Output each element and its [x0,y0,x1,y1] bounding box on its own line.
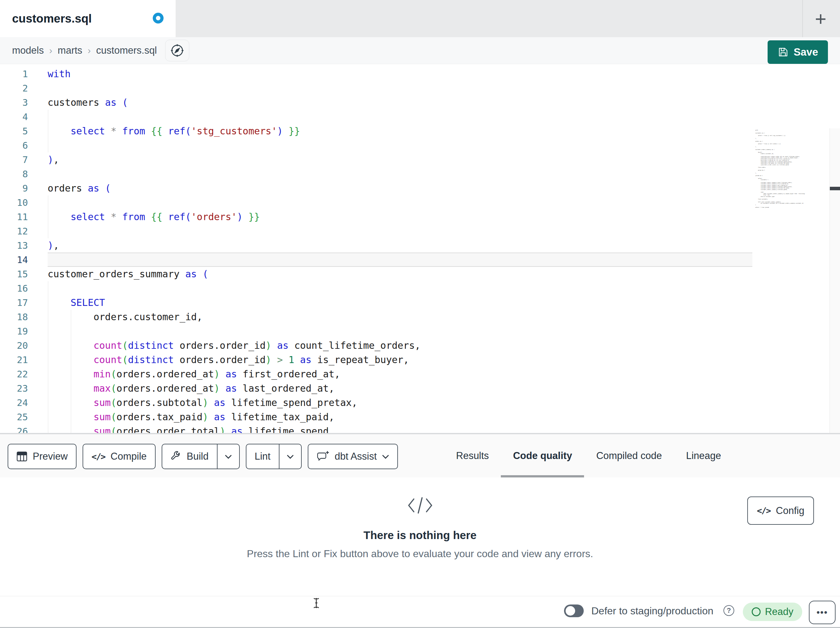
code-line[interactable]: 1with [0,67,840,81]
code-text: select * from {{ ref('stg_customers') }} [28,125,300,137]
code-line[interactable]: 22 min(orders.ordered_at) as first_order… [0,367,840,381]
dbt-assist-button[interactable]: dbt Assist [308,444,398,469]
empty-state-subtitle: Press the Lint or Fix button above to ev… [0,548,840,560]
panel-tabs: ResultsCode qualityCompiled codeLineage [444,434,733,478]
ready-status-badge[interactable]: Ready [743,603,802,621]
code-line[interactable]: 14 [0,253,840,267]
code-line[interactable]: 21 count(distinct orders.order_id) > 1 a… [0,353,840,367]
compile-button-label: Compile [111,451,147,462]
breadcrumb: models›marts›customers.sql [12,45,157,56]
code-line[interactable]: 12 [0,224,840,238]
config-button-label: Config [776,505,804,517]
tab-bar: customers.sql + [0,0,840,37]
locate-in-tree-button[interactable] [165,40,189,61]
chevron-down-icon [225,454,232,459]
file-tab-customers-sql[interactable]: customers.sql [0,0,175,37]
code-line[interactable]: 7), [0,152,840,167]
line-number: 4 [0,111,28,122]
code-line[interactable]: 13), [0,238,840,253]
line-number: 9 [0,183,28,194]
build-button[interactable]: Build [162,444,240,469]
chevron-down-icon [287,454,294,459]
panel-header: Preview </> Compile Build [0,434,840,478]
defer-label: Defer to staging/production [591,596,713,625]
line-number: 7 [0,154,28,165]
line-number: 2 [0,83,28,94]
line-number: 13 [0,240,28,251]
code-line[interactable]: 16 [0,281,840,296]
code-text: ), [28,154,59,165]
code-line[interactable]: 17 SELECT [0,296,840,310]
line-number: 18 [0,312,28,323]
preview-button[interactable]: Preview [8,444,77,469]
code-line[interactable]: 8 [0,167,840,181]
code-text: ), [28,240,59,251]
code-line[interactable]: 15customer_orders_summary as ( [0,267,840,281]
code-icon: </> [757,506,771,516]
code-editor[interactable]: 1with23customers as (45 select * from {{… [0,64,840,433]
code-line[interactable]: 25 sum(orders.tax_paid) as lifetime_tax_… [0,410,840,424]
help-icon[interactable]: ? [723,605,734,616]
build-button-label: Build [187,451,208,462]
line-number: 20 [0,340,28,351]
toggle-knob [565,606,575,615]
code-text: count(distinct orders.order_id) > 1 as i… [28,354,409,365]
code-line[interactable]: 2 [0,81,840,95]
code-text: SELECT [28,297,105,308]
config-button[interactable]: </> Config [747,497,814,525]
code-slash-icon [406,497,434,514]
code-line[interactable]: 5 select * from {{ ref('stg_customers') … [0,124,840,138]
line-number: 1 [0,69,28,79]
save-button[interactable]: Save [767,40,828,64]
breadcrumb-separator: › [88,46,91,56]
new-tab-button[interactable]: + [808,6,833,31]
wrench-icon [171,451,182,462]
defer-toggle[interactable] [564,604,584,617]
line-number: 6 [0,140,28,151]
code-line[interactable]: 10 [0,195,840,210]
file-tab-title: customers.sql [12,12,92,25]
code-line[interactable]: 11 select * from {{ ref('orders') }} [0,210,840,224]
code-text: sum(orders.subtotal) as lifetime_spend_p… [28,397,357,408]
line-number: 23 [0,383,28,394]
line-number: 15 [0,269,28,280]
code-line[interactable]: 9orders as ( [0,181,840,195]
code-line[interactable]: 4 [0,109,840,124]
tab-lineage[interactable]: Lineage [674,434,733,478]
more-options-button[interactable]: ••• [809,601,835,624]
line-number: 14 [0,255,28,265]
code-line[interactable]: 3customers as ( [0,95,840,109]
line-number: 21 [0,354,28,365]
lint-button[interactable]: Lint [246,444,302,469]
chat-sparkle-icon [317,451,329,462]
status-bar: Defer to staging/production ? Ready ••• [0,596,840,627]
code-line[interactable]: 19 [0,324,840,338]
breadcrumb-item[interactable]: models [12,45,44,56]
tab-code-quality[interactable]: Code quality [501,434,584,478]
tab-results[interactable]: Results [444,434,501,478]
code-text: orders.customer_id, [28,311,203,323]
code-line[interactable]: 18 orders.customer_id, [0,310,840,324]
breadcrumb-separator: › [49,46,52,56]
breadcrumb-item[interactable]: customers.sql [96,45,157,56]
code-text: select * from {{ ref('orders') }} [28,211,260,222]
dbt-assist-button-label: dbt Assist [335,451,377,462]
line-number: 24 [0,397,28,408]
code-line[interactable]: 24 sum(orders.subtotal) as lifetime_spen… [0,395,840,410]
compile-button[interactable]: </> Compile [82,444,156,469]
breadcrumb-item[interactable]: marts [58,45,82,56]
lint-dropdown-button[interactable] [279,445,301,468]
tabbar-divider [802,0,803,37]
line-number: 10 [0,197,28,208]
chevron-down-icon [382,454,389,459]
code-area[interactable]: 1with23customers as (45 select * from {{… [0,67,840,438]
code-line[interactable]: 23 max(orders.ordered_at) as last_ordere… [0,381,840,395]
minimap[interactable]: with customers as ( select * from {{ ref… [755,130,809,208]
tab-compiled-code[interactable]: Compiled code [584,434,674,478]
code-line[interactable]: 6 [0,138,840,152]
scrollbar-cursor-mark [830,187,840,190]
empty-state-title: There is nothing here [0,529,840,542]
code-line[interactable]: 20 count(distinct orders.order_id) as co… [0,338,840,353]
build-dropdown-button[interactable] [218,445,239,468]
code-text: count(distinct orders.order_id) as count… [28,340,420,351]
